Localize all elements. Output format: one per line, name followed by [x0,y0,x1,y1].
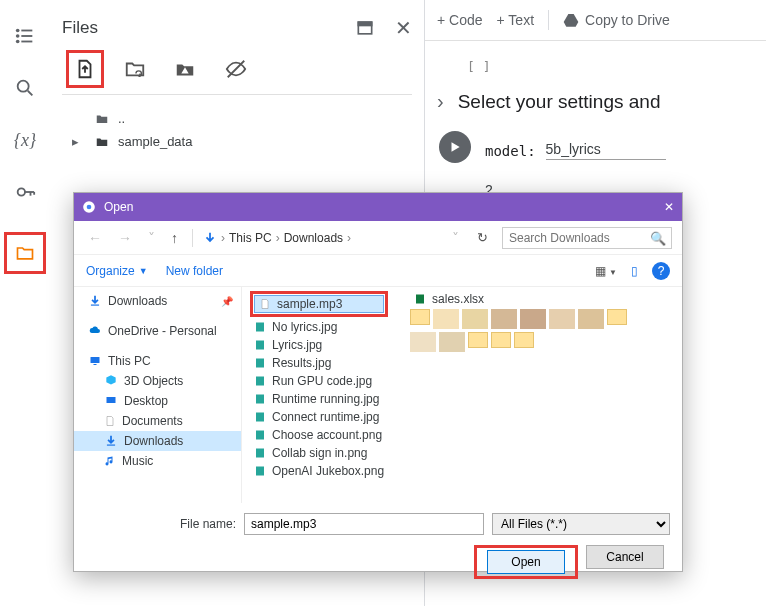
new-window-icon[interactable] [355,18,375,38]
hidden-files-icon[interactable] [224,58,248,80]
svg-line-7 [28,91,33,96]
svg-rect-32 [256,449,264,458]
filename-input[interactable] [244,513,484,535]
svg-rect-30 [256,413,264,422]
search-input[interactable] [502,227,672,249]
svg-rect-5 [21,41,32,43]
help-icon[interactable]: ? [652,262,670,280]
file-item[interactable]: No lyrics.jpg [250,319,388,335]
thumb[interactable] [410,332,436,352]
dialog-close-icon[interactable]: ✕ [664,200,674,214]
preview-pane-icon[interactable]: ▯ [631,264,638,278]
upload-icon[interactable] [74,58,96,80]
file-item[interactable]: Results.jpg [250,355,388,371]
breadcrumb[interactable]: › This PC › Downloads › [203,231,351,245]
nav-music[interactable]: Music [74,451,241,471]
svg-rect-26 [256,341,264,350]
svg-rect-3 [21,35,32,37]
view-mode-icon[interactable]: ▦ ▼ [595,264,617,278]
svg-rect-28 [256,377,264,386]
folder-thumb[interactable] [607,309,627,325]
svg-point-2 [16,34,20,38]
nav-downloads[interactable]: Downloads [74,431,241,451]
filter-select[interactable]: All Files (*.*) [492,513,670,535]
copy-to-drive-button[interactable]: Copy to Drive [563,12,670,28]
search-icon-small: 🔍 [650,231,666,246]
thumb[interactable] [439,332,465,352]
run-cell-button[interactable] [439,131,471,163]
back-icon[interactable]: ← [84,230,106,246]
thumb[interactable] [549,309,575,329]
model-value[interactable]: 5b_lyrics [546,141,666,160]
file-item[interactable]: OpenAI Jukebox.png [250,463,388,479]
recent-dropdown-icon[interactable]: ˅ [144,230,159,246]
notebook-toolbar: + Code + Text Copy to Drive [425,0,766,41]
folder-thumb[interactable] [514,332,534,348]
file-item[interactable]: Connect runtime.jpg [250,409,388,425]
file-column-2: sales.xlsx [410,291,650,479]
chrome-icon [82,200,96,214]
nav-desktop[interactable]: Desktop [74,391,241,411]
toc-icon[interactable] [13,24,37,48]
thumb[interactable] [578,309,604,329]
thumb[interactable] [491,309,517,329]
cell-title: Select your settings and [458,91,661,113]
file-highlight: sample.mp3 [250,291,388,317]
file-item[interactable]: Run GPU code.jpg [250,373,388,389]
file-item[interactable]: sales.xlsx [410,291,650,307]
open-button-highlight: Open [474,545,578,579]
svg-rect-1 [21,30,32,32]
add-text-button[interactable]: + Text [497,12,535,28]
crumb-dropdown-icon[interactable]: ˅ [448,230,463,246]
new-folder-button[interactable]: New folder [166,264,223,278]
file-item[interactable]: Collab sign in.png [250,445,388,461]
svg-rect-20 [91,305,99,306]
variables-icon[interactable]: {x} [13,128,37,152]
search-icon[interactable] [13,76,37,100]
up-icon[interactable]: ↑ [167,230,182,246]
pin-icon: 📌 [221,296,233,307]
mount-drive-icon[interactable] [174,58,196,80]
folder-thumb[interactable] [491,332,511,348]
dialog-footer: File name: All Files (*.*) Open Cancel [74,503,682,589]
down-arrow-icon [203,231,217,245]
svg-rect-21 [91,357,100,363]
svg-point-6 [18,81,29,92]
nav-documents[interactable]: Documents [74,411,241,431]
folder-icon[interactable] [13,241,37,265]
nav-downloads-qa[interactable]: Downloads📌 [74,291,241,311]
refresh-folder-icon[interactable] [124,58,146,80]
file-item[interactable]: Runtime running.jpg [250,391,388,407]
thumb[interactable] [462,309,488,329]
svg-point-0 [16,29,20,33]
open-button[interactable]: Open [487,550,565,574]
upload-highlight [66,50,104,88]
tree-folder[interactable]: ▸ sample_data [62,130,412,153]
file-item[interactable]: Choose account.png [250,427,388,443]
thumb[interactable] [433,309,459,329]
cancel-button[interactable]: Cancel [586,545,664,569]
filename-label: File name: [86,517,236,531]
tree-folder-label: sample_data [118,134,192,149]
folder-thumb[interactable] [410,309,430,325]
nav-onedrive[interactable]: OneDrive - Personal [74,321,241,341]
tree-parent[interactable]: .. [62,107,412,130]
file-pane: sample.mp3 No lyrics.jpg Lyrics.jpg Resu… [242,287,682,503]
nav-3d[interactable]: 3D Objects [74,371,241,391]
thumb[interactable] [520,309,546,329]
svg-rect-29 [256,395,264,404]
svg-point-19 [87,205,92,210]
file-column-1: sample.mp3 No lyrics.jpg Lyrics.jpg Resu… [250,291,388,479]
chevron-right-icon[interactable]: › [437,90,444,113]
refresh-icon[interactable]: ↻ [471,230,494,245]
file-item-selected[interactable]: sample.mp3 [254,295,384,313]
nav-thispc[interactable]: This PC [74,351,241,371]
organize-button[interactable]: Organize ▼ [86,264,148,278]
add-code-button[interactable]: + Code [437,12,483,28]
forward-icon[interactable]: → [114,230,136,246]
secrets-icon[interactable] [13,180,37,204]
file-item[interactable]: Lyrics.jpg [250,337,388,353]
close-icon[interactable]: ✕ [395,16,412,40]
model-label: model: [485,143,536,159]
folder-thumb[interactable] [468,332,488,348]
